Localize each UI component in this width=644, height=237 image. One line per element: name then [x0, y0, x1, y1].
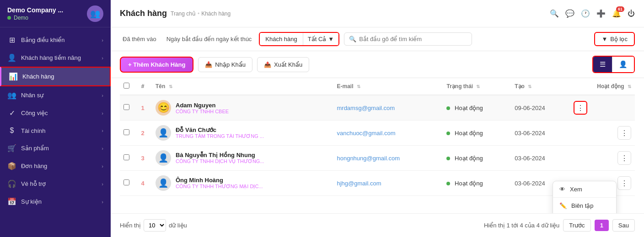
- search-input[interactable]: [359, 36, 467, 42]
- sidebar-item-customers[interactable]: 📊 Khách hàng: [0, 67, 111, 86]
- sidebar-item-personnel[interactable]: 👥 Nhân sự ›: [0, 86, 111, 104]
- row-created: 03-06-2024: [511, 146, 570, 171]
- filter-button[interactable]: ▼ Bộ lọc: [594, 32, 635, 46]
- chevron-right-icon: ›: [102, 181, 103, 187]
- row-email: vanchuoc@gmail.com: [333, 121, 443, 146]
- edit-label: Biên tập: [571, 202, 593, 209]
- row-checkbox[interactable]: [123, 154, 129, 160]
- col-num: #: [134, 78, 152, 95]
- topbar-left: Khách hàng Trang chủ • Khách hàng: [120, 9, 231, 18]
- finance-icon: $: [7, 126, 16, 135]
- row-checkbox[interactable]: [123, 179, 129, 185]
- breadcrumb: Trang chủ • Khách hàng: [171, 11, 231, 17]
- row-action-button[interactable]: ⋮: [617, 151, 631, 165]
- sidebar-item-label: Tài chính: [21, 127, 97, 134]
- add-customer-button[interactable]: + Thêm Khách Hàng: [120, 57, 193, 73]
- current-page-button[interactable]: 1: [595, 220, 609, 231]
- col-name: Tên ⇅: [152, 78, 333, 95]
- export-button[interactable]: 📤 Xuất Khẩu: [257, 57, 309, 72]
- sidebar-item-events[interactable]: 📅 Sự kiện ›: [0, 193, 111, 211]
- rows-per-page-select[interactable]: 10 25 50: [144, 219, 166, 232]
- customer-name[interactable]: Adam Nguyen: [176, 102, 229, 109]
- customer-name[interactable]: Đỗ Văn Chước: [176, 126, 264, 133]
- sidebar-item-dashboard[interactable]: ⊞ Bảng điều khiển ›: [0, 31, 111, 49]
- col-created: Tạo ⇅: [511, 78, 570, 95]
- next-page-button[interactable]: Sau: [612, 219, 635, 232]
- sidebar-item-label: Sản phẩm: [21, 145, 97, 152]
- filter-link-date[interactable]: Ngày bắt đầu đến ngày kết thúc: [164, 34, 255, 44]
- avatar: 😊: [156, 100, 171, 116]
- dashboard-icon: ⊞: [7, 36, 16, 44]
- table-row: 3 👤 Bà Nguyễn Thị Hồng Nhung CÔNG TY TNH…: [120, 146, 635, 171]
- email-value[interactable]: mrdamsg@gmail.com: [337, 105, 395, 111]
- plus-icon[interactable]: ➕: [596, 9, 606, 18]
- sidebar-item-finance[interactable]: $ Tài chính ›: [0, 122, 111, 139]
- filter-bar: Đã thêm vào Ngày bắt đầu đến ngày kết th…: [111, 27, 644, 51]
- breadcrumb-home[interactable]: Trang chủ: [171, 11, 196, 17]
- export-label: Xuất Khẩu: [274, 61, 302, 68]
- import-button[interactable]: 📥 Nhập Khẩu: [198, 57, 252, 72]
- row-checkbox[interactable]: [123, 129, 129, 135]
- company-name: Demo Company ...: [7, 6, 63, 14]
- list-view-button[interactable]: ☰: [593, 57, 612, 72]
- sidebar-item-products[interactable]: 🛒 Sản phẩm ›: [0, 139, 111, 157]
- bell-icon[interactable]: 🔔 61: [612, 9, 621, 18]
- search-icon: 🔍: [349, 36, 356, 42]
- customer-name[interactable]: Bà Nguyễn Thị Hồng Nhung: [176, 152, 264, 158]
- dropdown-customer-label: Khách hàng: [260, 33, 303, 45]
- row-action-button[interactable]: ⋮: [617, 176, 631, 190]
- sidebar-item-orders[interactable]: 📦 Đơn hàng ›: [0, 157, 111, 175]
- customer-name[interactable]: Ông Minh Hoàng: [176, 177, 263, 184]
- prev-page-button[interactable]: Trước: [563, 219, 590, 232]
- demo-badge: Demo: [7, 15, 63, 21]
- email-value[interactable]: hjhg@gmail.com: [337, 180, 381, 187]
- filter-link-added[interactable]: Đã thêm vào: [120, 34, 159, 44]
- sidebar-item-tasks[interactable]: ✓ Công việc ›: [0, 104, 111, 122]
- import-icon: 📥: [205, 61, 212, 68]
- filter-button-label: Bộ lọc: [610, 36, 628, 42]
- select-all-checkbox[interactable]: [123, 83, 129, 89]
- dropdown-selected-value: Tất Cả: [308, 36, 327, 42]
- customers-icon: 📊: [9, 72, 18, 81]
- sidebar-item-potential-customers[interactable]: 👤 Khách hàng tiềm năng ›: [0, 49, 111, 67]
- sidebar-item-label: Khách hàng: [22, 73, 102, 80]
- search-icon[interactable]: 🔍: [550, 9, 559, 18]
- pagination-right: Hiển thị 1 tới 4 của 4 dữ liệu Trước 1 S…: [484, 219, 635, 232]
- context-menu-edit[interactable]: ✏️ Biên tập: [553, 198, 616, 213]
- email-value[interactable]: vanchuoc@gmail.com: [337, 130, 395, 137]
- email-value[interactable]: hongnhung@gmail.com: [337, 155, 400, 162]
- show-label: Hiển thị: [120, 222, 141, 229]
- demo-label: Demo: [14, 15, 28, 21]
- notification-badge: 61: [616, 6, 624, 12]
- sidebar-nav: ⊞ Bảng điều khiển › 👤 Khách hàng tiềm nă…: [0, 27, 111, 237]
- export-icon: 📤: [264, 61, 271, 68]
- dropdown-value[interactable]: Tất Cả ▼: [303, 33, 338, 45]
- row-num: 2: [134, 121, 152, 146]
- search-box: 🔍: [344, 32, 472, 46]
- row-email: hjhg@gmail.com: [333, 171, 443, 196]
- avatar: 👤: [156, 150, 171, 166]
- status-dot: [446, 182, 450, 185]
- row-action-button[interactable]: ⋮: [574, 101, 587, 115]
- data-label: dữ liệu: [169, 222, 187, 229]
- products-icon: 🛒: [7, 144, 16, 153]
- user-view-button[interactable]: 👤: [612, 57, 634, 72]
- sidebar-item-support[interactable]: 🎧 Vé hỗ trợ ›: [0, 175, 111, 193]
- avatar[interactable]: 👥: [87, 5, 103, 22]
- chevron-right-icon: ›: [102, 93, 103, 98]
- orders-icon: 📦: [7, 162, 16, 170]
- row-email: hongnhung@gmail.com: [333, 146, 443, 171]
- power-icon[interactable]: ⏻: [628, 10, 635, 18]
- page-title: Khách hàng: [120, 9, 167, 18]
- row-checkbox[interactable]: [123, 104, 129, 110]
- customer-type-dropdown[interactable]: Khách hàng Tất Cả ▼: [259, 32, 339, 46]
- row-action-button[interactable]: ⋮: [617, 126, 631, 140]
- potential-customers-icon: 👤: [7, 53, 16, 62]
- clock-icon[interactable]: 🕐: [581, 9, 590, 18]
- breadcrumb-separator: •: [198, 11, 199, 17]
- chevron-right-icon: ›: [102, 163, 103, 169]
- status-dot: [446, 157, 450, 160]
- chat-icon[interactable]: 💬: [565, 9, 574, 18]
- context-menu-view[interactable]: 👁 Xem: [553, 181, 616, 197]
- table-row: 2 👤 Đỗ Văn Chước TRUNG TÂM TRONG TÀI THƯ…: [120, 121, 635, 146]
